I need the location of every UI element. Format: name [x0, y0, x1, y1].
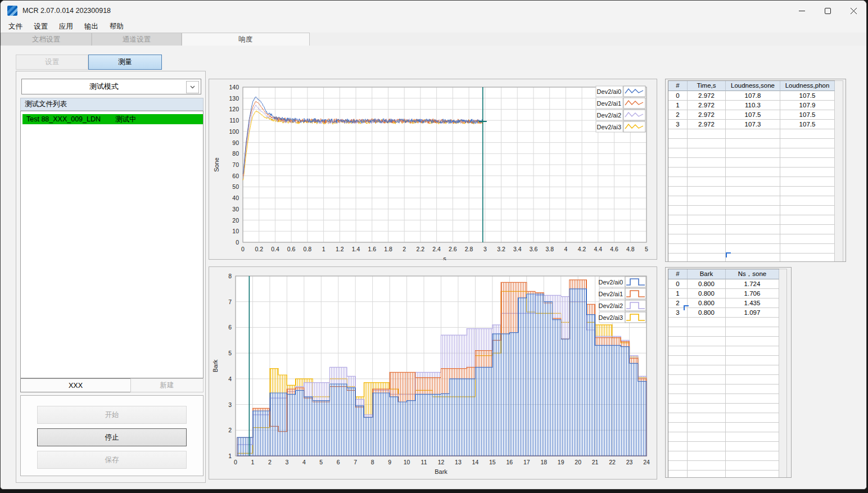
table-row[interactable]	[668, 244, 835, 254]
specific-loudness-chart[interactable]: 0123456789101112131415161718192021222324…	[209, 266, 657, 480]
table-row[interactable]	[668, 423, 779, 432]
menu-item-3[interactable]: 输出	[79, 21, 104, 33]
table-row[interactable]	[668, 234, 835, 244]
table-row[interactable]	[668, 451, 779, 461]
table-row[interactable]	[668, 148, 835, 158]
svg-text:20: 20	[575, 459, 581, 465]
minimize-button[interactable]	[789, 1, 815, 21]
menu-item-2[interactable]: 应用	[53, 21, 79, 33]
main-tab-strip: 文档设置通道设置响度	[1, 33, 866, 46]
measure-subtab-button[interactable]: 测量	[88, 55, 162, 70]
table-row[interactable]	[668, 346, 779, 356]
table-scrollbar-track[interactable]	[779, 269, 787, 478]
start-button[interactable]: 开始	[37, 406, 187, 424]
table-cell	[780, 215, 835, 225]
table-row[interactable]	[668, 225, 835, 234]
table-cell	[726, 327, 779, 337]
table-row[interactable]	[668, 404, 779, 413]
table-cell: 1	[668, 289, 688, 298]
table-row[interactable]: 12.972110.3107.9	[668, 101, 835, 110]
table-scrollbar-track[interactable]	[835, 80, 843, 262]
table-cell	[688, 327, 726, 337]
table-row[interactable]	[668, 394, 779, 404]
legend-label[interactable]: Dev2/ai2	[599, 302, 623, 309]
table-row[interactable]	[668, 413, 779, 423]
chevron-down-icon[interactable]	[186, 81, 199, 93]
table-cell	[668, 461, 688, 471]
table-row[interactable]: 02.972107.8107.5	[668, 91, 835, 101]
table-row[interactable]	[668, 461, 779, 471]
table-row[interactable]	[668, 471, 779, 478]
table-row[interactable]	[668, 158, 835, 168]
table-row[interactable]	[668, 337, 779, 346]
table-row[interactable]	[668, 356, 779, 365]
legend-label[interactable]: Dev2/ai1	[597, 100, 621, 107]
tab-1[interactable]: 通道设置	[92, 33, 182, 46]
test-file-listbox[interactable]: Test 88_XXX_009_LDN 测试中	[20, 111, 204, 378]
table-row[interactable]	[668, 385, 779, 394]
table-row[interactable]: 22.972107.5107.5	[668, 110, 835, 120]
table-header-cell: #	[668, 269, 688, 279]
table-row[interactable]: 32.972107.3107.5	[668, 120, 835, 129]
table-row[interactable]	[668, 196, 835, 206]
table-row[interactable]	[668, 327, 779, 337]
table-cell	[780, 129, 835, 139]
menu-item-1[interactable]: 设置	[28, 21, 53, 33]
table-cell	[726, 365, 779, 375]
test-mode-dropdown[interactable]: 测试模式	[21, 79, 201, 94]
table-row[interactable]	[668, 206, 835, 215]
svg-text:22: 22	[609, 459, 616, 465]
save-button[interactable]: 保存	[37, 451, 187, 469]
menu-item-0[interactable]: 文件	[3, 21, 28, 33]
table-cell	[688, 442, 726, 451]
table-cell	[668, 346, 688, 356]
table-row[interactable]	[668, 442, 779, 451]
svg-text:14: 14	[472, 459, 479, 465]
table-row[interactable]	[668, 215, 835, 225]
close-button[interactable]	[840, 1, 866, 21]
legend-swatch[interactable]	[625, 300, 646, 311]
table-row[interactable]	[668, 365, 779, 375]
legend-label[interactable]: Dev2/ai0	[597, 88, 621, 95]
tab-0[interactable]: 文档设置	[1, 33, 92, 46]
table-cell: 107.3	[726, 120, 780, 129]
table-cell: 107.5	[726, 110, 780, 120]
svg-text:19: 19	[558, 459, 564, 465]
table-row[interactable]	[668, 432, 779, 442]
table-row[interactable]	[668, 168, 835, 177]
table-header-cell: Ns，sone	[726, 269, 779, 279]
legend-label[interactable]: Dev2/ai2	[597, 112, 621, 119]
maximize-button[interactable]	[815, 1, 840, 21]
menu-item-4[interactable]: 帮助	[104, 21, 129, 33]
stop-button[interactable]: 停止	[37, 428, 187, 446]
legend-swatch[interactable]	[625, 288, 646, 299]
legend-label[interactable]: Dev2/ai0	[599, 279, 623, 286]
table-cell	[780, 254, 835, 262]
table-row[interactable]	[668, 375, 779, 385]
table-row[interactable]: 10.8001.706	[668, 289, 779, 298]
table-row[interactable]: 00.8001.724	[668, 279, 779, 289]
table-row[interactable]	[668, 177, 835, 187]
legend-label[interactable]: Dev2/ai3	[597, 124, 621, 130]
table-row[interactable]	[668, 187, 835, 196]
table-cell	[780, 148, 835, 158]
table-cell: 2.972	[688, 120, 726, 129]
table-row[interactable]	[668, 139, 835, 148]
xxx-button[interactable]: XXX	[20, 378, 131, 392]
test-file-list-item[interactable]: Test 88_XXX_009_LDN 测试中	[22, 114, 203, 124]
settings-subtab-button[interactable]: 设置	[16, 55, 88, 70]
table-row[interactable]	[668, 254, 835, 262]
svg-text:40: 40	[232, 195, 239, 201]
new-button[interactable]: 新建	[130, 378, 204, 392]
svg-text:5: 5	[645, 246, 648, 252]
legend-swatch[interactable]	[625, 312, 646, 323]
table-row[interactable]	[668, 318, 779, 327]
legend-label[interactable]: Dev2/ai1	[599, 291, 623, 297]
table-row[interactable]	[668, 129, 835, 139]
loudness-time-chart[interactable]: 00.20.40.60.811.21.41.61.822.22.42.62.83…	[209, 79, 657, 260]
table-cell	[688, 158, 726, 168]
legend-swatch[interactable]	[625, 277, 646, 287]
title-bar: MCR 2.07.0.014 202300918	[1, 1, 866, 21]
tab-2[interactable]: 响度	[182, 33, 310, 46]
legend-label[interactable]: Dev2/ai3	[599, 314, 623, 321]
